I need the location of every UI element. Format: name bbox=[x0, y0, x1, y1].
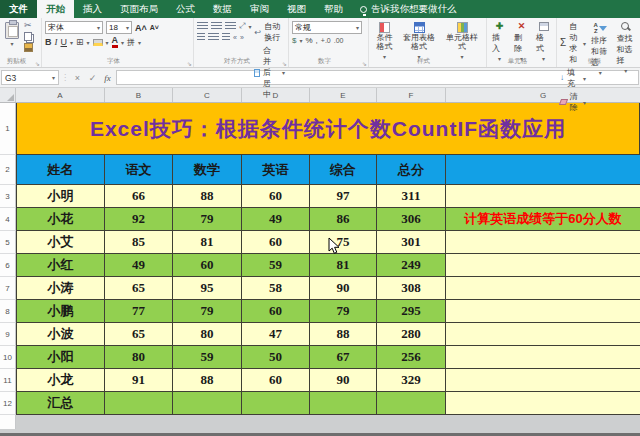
cell-G6[interactable] bbox=[446, 254, 640, 277]
cell-C12[interactable] bbox=[173, 392, 242, 415]
row-header-4[interactable]: 4 bbox=[0, 208, 16, 231]
cell-B8[interactable]: 77 bbox=[105, 300, 173, 323]
tab-file[interactable]: 文件 bbox=[0, 0, 37, 18]
cell-F4[interactable]: 306 bbox=[377, 208, 446, 231]
row-header-2[interactable]: 2 bbox=[0, 155, 16, 185]
tab-help[interactable]: 帮助 bbox=[315, 0, 352, 18]
column-header-F[interactable]: F bbox=[377, 88, 446, 102]
cell-styles-button[interactable]: 单元格样式 ▾ bbox=[441, 21, 483, 61]
dialog-launcher-icon[interactable]: ⇘ bbox=[362, 60, 367, 67]
cell-A11[interactable]: 小龙 bbox=[16, 369, 105, 392]
row-header-6[interactable]: 6 bbox=[0, 254, 16, 277]
cell-B7[interactable]: 65 bbox=[105, 277, 173, 300]
column-header-E[interactable]: E bbox=[310, 88, 377, 102]
row-header-10[interactable]: 10 bbox=[0, 346, 16, 369]
increase-decimal-icon[interactable]: +.0 bbox=[321, 37, 331, 44]
cell-C6[interactable]: 60 bbox=[173, 254, 242, 277]
cell-B5[interactable]: 85 bbox=[105, 231, 173, 254]
cell-F9[interactable]: 280 bbox=[377, 323, 446, 346]
cell-D6[interactable]: 59 bbox=[242, 254, 310, 277]
cell-B10[interactable]: 80 bbox=[105, 346, 173, 369]
decrease-decimal-icon[interactable]: .00 bbox=[334, 37, 344, 44]
cell-F11[interactable]: 329 bbox=[377, 369, 446, 392]
cell-A8[interactable]: 小鹏 bbox=[16, 300, 105, 323]
cell-A5[interactable]: 小艾 bbox=[16, 231, 105, 254]
tab-page-layout[interactable]: 页面布局 bbox=[111, 0, 167, 18]
cell-C9[interactable]: 80 bbox=[173, 323, 242, 346]
cell-G9[interactable] bbox=[446, 323, 640, 346]
confirm-entry-icon[interactable]: ✓ bbox=[86, 73, 99, 83]
cell-B6[interactable]: 49 bbox=[105, 254, 173, 277]
clear-button[interactable]: 清除 ▾ bbox=[560, 91, 586, 113]
cell-D5[interactable]: 60 bbox=[242, 231, 310, 254]
cell-D11[interactable]: 60 bbox=[242, 369, 310, 392]
cell-C4[interactable]: 79 bbox=[173, 208, 242, 231]
cell-A10[interactable]: 小阳 bbox=[16, 346, 105, 369]
copy-icon[interactable] bbox=[24, 32, 32, 41]
cell-G5[interactable] bbox=[446, 231, 640, 254]
decrease-indent-icon[interactable]: « bbox=[233, 34, 237, 41]
align-center-icon[interactable] bbox=[208, 33, 219, 41]
align-middle-icon[interactable] bbox=[211, 22, 222, 30]
row-header-11[interactable]: 11 bbox=[0, 369, 16, 392]
cell-title-A1[interactable]: Excel技巧：根据条件统计个数CountIF函数应用 bbox=[16, 103, 640, 155]
tell-me-box[interactable]: 告诉我你想要做什么 bbox=[352, 0, 465, 18]
cell-C8[interactable]: 79 bbox=[173, 300, 242, 323]
find-select-button[interactable]: 查找和选择 ▾ bbox=[615, 21, 637, 75]
cell-A3[interactable]: 小明 bbox=[16, 185, 105, 208]
cell-E9[interactable]: 88 bbox=[310, 323, 377, 346]
cell-A2[interactable]: 姓名 bbox=[16, 155, 105, 185]
row-header-12[interactable]: 12 bbox=[0, 392, 16, 415]
cell-G12[interactable] bbox=[446, 392, 640, 415]
cell-G11[interactable] bbox=[446, 369, 640, 392]
tab-formulas[interactable]: 公式 bbox=[167, 0, 204, 18]
select-all-corner[interactable] bbox=[0, 88, 16, 102]
cell-G3[interactable] bbox=[446, 185, 640, 208]
tab-data[interactable]: 数据 bbox=[204, 0, 241, 18]
insert-function-icon[interactable]: fx bbox=[101, 73, 114, 83]
cell-C10[interactable]: 59 bbox=[173, 346, 242, 369]
cell-G2[interactable] bbox=[446, 155, 640, 185]
paste-button[interactable]: ▾ bbox=[3, 21, 21, 48]
phonetic-guide-icon[interactable]: 拼 bbox=[127, 37, 135, 48]
format-painter-icon[interactable] bbox=[24, 43, 33, 52]
cell-E2[interactable]: 综合 bbox=[310, 155, 377, 185]
cell-D4[interactable]: 49 bbox=[242, 208, 310, 231]
font-color-icon[interactable]: A bbox=[112, 36, 119, 48]
cell-D3[interactable]: 60 bbox=[242, 185, 310, 208]
italic-button[interactable]: I bbox=[55, 37, 58, 47]
cell-F2[interactable]: 总分 bbox=[377, 155, 446, 185]
cell-F6[interactable]: 249 bbox=[377, 254, 446, 277]
borders-icon[interactable]: ⊞ bbox=[76, 37, 84, 47]
wrap-text-button[interactable]: ↩ 自动换行 bbox=[254, 21, 285, 43]
cell-G7[interactable] bbox=[446, 277, 640, 300]
cut-icon[interactable]: ✂ bbox=[24, 21, 33, 30]
format-as-table-button[interactable]: 套用表格格式 ▾ bbox=[400, 21, 438, 61]
row-header-3[interactable]: 3 bbox=[0, 185, 16, 208]
shrink-font-icon[interactable]: A˅ bbox=[150, 24, 159, 31]
cell-D10[interactable]: 50 bbox=[242, 346, 310, 369]
tab-home[interactable]: 开始 bbox=[37, 0, 74, 18]
cell-A4[interactable]: 小花 bbox=[16, 208, 105, 231]
orientation-icon[interactable]: ⤢ bbox=[239, 21, 245, 31]
cell-A12[interactable]: 汇总 bbox=[16, 392, 105, 415]
dialog-launcher-icon[interactable]: ⇘ bbox=[187, 60, 192, 67]
dialog-launcher-icon[interactable]: ⇘ bbox=[35, 60, 40, 67]
row-header-1[interactable]: 1 bbox=[0, 103, 16, 155]
cell-E12[interactable] bbox=[310, 392, 377, 415]
cell-D2[interactable]: 英语 bbox=[242, 155, 310, 185]
cell-F5[interactable]: 301 bbox=[377, 231, 446, 254]
cell-D8[interactable]: 60 bbox=[242, 300, 310, 323]
cell-C7[interactable]: 95 bbox=[173, 277, 242, 300]
cell-C11[interactable]: 88 bbox=[173, 369, 242, 392]
cell-A9[interactable]: 小波 bbox=[16, 323, 105, 346]
row-header-8[interactable]: 8 bbox=[0, 300, 16, 323]
cell-G10[interactable] bbox=[446, 346, 640, 369]
cell-B11[interactable]: 91 bbox=[105, 369, 173, 392]
fill-button[interactable]: ↓ 填充 ▾ bbox=[560, 67, 586, 89]
cell-B9[interactable]: 65 bbox=[105, 323, 173, 346]
increase-indent-icon[interactable]: » bbox=[240, 34, 244, 41]
grow-font-icon[interactable]: A˄ bbox=[135, 23, 147, 33]
sort-filter-button[interactable]: AZ 排序和筛选 ▾ bbox=[589, 21, 611, 77]
cell-F3[interactable]: 311 bbox=[377, 185, 446, 208]
